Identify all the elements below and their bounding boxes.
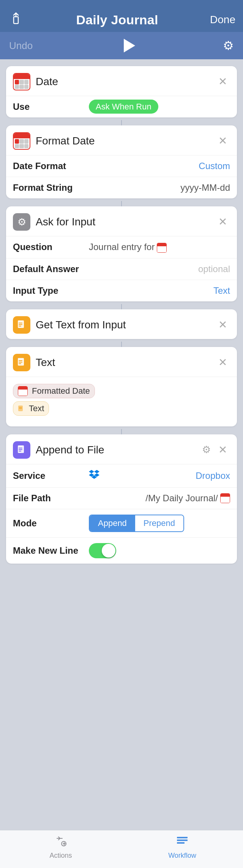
- actions-tab[interactable]: Actions: [0, 835, 122, 860]
- date-use-label: Use: [13, 101, 89, 112]
- done-button[interactable]: Done: [210, 14, 235, 26]
- svg-rect-11: [19, 408, 22, 409]
- text-card: Text ✕ Formatted Date: [6, 347, 237, 426]
- mode-toggle-group: Append Prepend: [89, 515, 184, 532]
- actions-tab-label: Actions: [49, 852, 72, 860]
- input-type-row: Input Type Text: [6, 280, 237, 301]
- svg-rect-14: [19, 449, 22, 450]
- share-button[interactable]: [8, 11, 24, 28]
- append-to-file-card-title: Append to File: [36, 444, 202, 456]
- svg-rect-17: [177, 837, 188, 838]
- service-row: Service Dropbox: [6, 464, 237, 487]
- append-to-file-card-close[interactable]: ✕: [215, 443, 230, 457]
- workflow-content: Date ✕ Use Ask When Run: [0, 59, 243, 830]
- toolbar: Undo ⚙: [0, 32, 243, 59]
- mode-label: Mode: [13, 518, 89, 529]
- connector-4: [121, 342, 122, 347]
- append-button[interactable]: Append: [90, 515, 135, 531]
- date-icon: [13, 73, 30, 90]
- append-to-file-card: Append to File ⚙ ✕ Service Dropbox Fi: [6, 434, 237, 564]
- date-card: Date ✕ Use Ask When Run: [6, 66, 237, 117]
- svg-rect-4: [19, 326, 21, 326]
- svg-rect-2: [19, 323, 22, 323]
- tab-bar: Actions Workflow: [0, 830, 243, 868]
- question-value: Journal entry for: [89, 242, 230, 253]
- ask-for-input-icon: ⚙: [13, 213, 30, 231]
- format-date-card-header: Format Date ✕: [6, 125, 237, 155]
- workflow-tab[interactable]: Workflow: [122, 835, 243, 860]
- workflow-tab-label: Workflow: [168, 852, 196, 860]
- svg-rect-10: [19, 407, 22, 408]
- text-card-title: Text: [36, 356, 215, 369]
- service-value[interactable]: Dropbox: [103, 470, 230, 481]
- get-text-card: Get Text from Input ✕: [6, 309, 237, 339]
- text-icon: [13, 354, 30, 371]
- service-label: Service: [13, 470, 89, 481]
- play-button[interactable]: [121, 39, 135, 52]
- make-new-line-toggle[interactable]: [89, 543, 116, 558]
- format-date-card: Format Date ✕ Date Format Custom Format …: [6, 125, 237, 198]
- format-date-card-close[interactable]: ✕: [215, 134, 230, 148]
- connector-5: [121, 429, 122, 434]
- dropbox-icon: [89, 470, 99, 482]
- text-card-header: Text ✕: [6, 347, 237, 377]
- file-path-value: /My Daily Journal/: [89, 493, 218, 504]
- default-answer-label: Default Answer: [13, 264, 89, 274]
- format-string-value: yyyy-MM-dd: [89, 182, 230, 193]
- format-string-label: Format String: [13, 182, 89, 193]
- page-title: Daily Journal: [76, 13, 158, 27]
- date-card-close[interactable]: ✕: [215, 75, 230, 89]
- svg-rect-19: [177, 842, 185, 844]
- ask-for-input-card-close[interactable]: ✕: [215, 215, 230, 229]
- format-date-icon: [13, 132, 30, 150]
- ask-for-input-card: ⚙ Ask for Input ✕ Question Journal entry…: [6, 206, 237, 301]
- ask-for-input-card-title: Ask for Input: [36, 216, 215, 228]
- date-card-header: Date ✕: [6, 66, 237, 96]
- append-to-file-card-header: Append to File ⚙ ✕: [6, 434, 237, 464]
- svg-rect-15: [19, 451, 21, 451]
- format-date-card-title: Format Date: [36, 135, 215, 147]
- svg-rect-13: [19, 448, 22, 448]
- date-format-label: Date Format: [13, 161, 89, 171]
- formatted-date-token[interactable]: Formatted Date: [13, 384, 95, 398]
- top-navigation-bar: Daily Journal Done: [0, 0, 243, 32]
- settings-button[interactable]: ⚙: [223, 38, 234, 53]
- file-path-cal-token: [220, 493, 230, 503]
- get-text-card-close[interactable]: ✕: [215, 318, 230, 332]
- svg-rect-6: [19, 360, 22, 361]
- mode-row: Mode Append Prepend: [6, 509, 237, 537]
- default-answer-value[interactable]: optional: [89, 264, 230, 274]
- svg-rect-8: [19, 363, 21, 364]
- input-type-value[interactable]: Text: [89, 285, 230, 296]
- default-answer-row: Default Answer optional: [6, 258, 237, 280]
- get-text-card-header: Get Text from Input ✕: [6, 309, 237, 339]
- text-token[interactable]: Text: [13, 401, 49, 416]
- make-new-line-label: Make New Line: [13, 545, 89, 556]
- append-to-file-settings[interactable]: ⚙: [202, 444, 211, 456]
- append-to-file-icon: [13, 441, 30, 459]
- file-path-row: File Path /My Daily Journal/: [6, 487, 237, 509]
- format-string-row: Format String yyyy-MM-dd: [6, 177, 237, 198]
- text-card-close[interactable]: ✕: [215, 356, 230, 369]
- question-label: Question: [13, 242, 89, 252]
- connector-2: [121, 201, 122, 206]
- make-new-line-row: Make New Line: [6, 537, 237, 564]
- svg-rect-7: [19, 362, 22, 363]
- input-type-label: Input Type: [13, 285, 89, 296]
- date-use-row: Use Ask When Run: [6, 96, 237, 117]
- question-row: Question Journal entry for: [6, 236, 237, 258]
- date-format-value[interactable]: Custom: [89, 161, 230, 171]
- undo-button[interactable]: Undo: [9, 40, 33, 52]
- connector-3: [121, 304, 122, 309]
- ask-for-input-card-header: ⚙ Ask for Input ✕: [6, 206, 237, 236]
- text-token-area[interactable]: Formatted Date Text: [6, 377, 237, 426]
- get-text-icon: [13, 316, 30, 334]
- toggle-knob: [102, 544, 115, 558]
- get-text-card-title: Get Text from Input: [36, 319, 215, 331]
- prepend-button[interactable]: Prepend: [135, 515, 183, 531]
- svg-rect-0: [14, 17, 18, 24]
- svg-rect-18: [177, 839, 188, 841]
- connector-1: [121, 120, 122, 125]
- ask-when-run-badge[interactable]: Ask When Run: [89, 102, 158, 112]
- actions-icon: [55, 835, 67, 850]
